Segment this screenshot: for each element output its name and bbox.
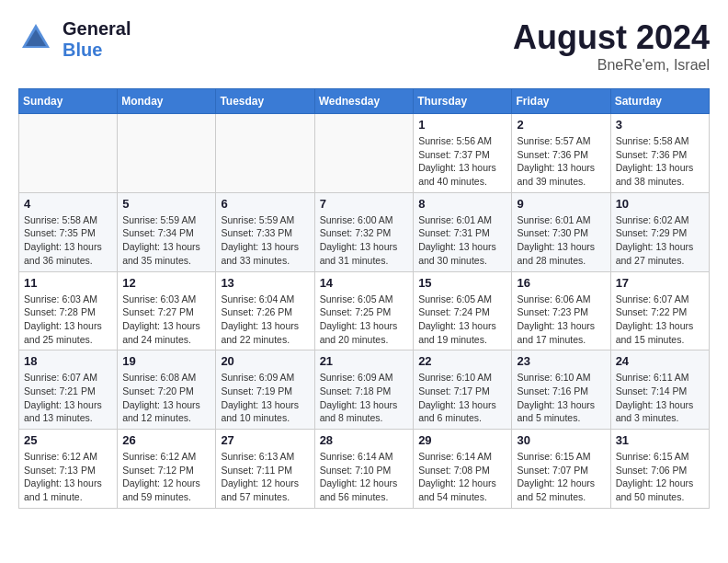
calendar-cell: 13Sunrise: 6:04 AM Sunset: 7:26 PM Dayli… [216, 271, 314, 350]
calendar-cell: 24Sunrise: 6:11 AM Sunset: 7:14 PM Dayli… [610, 350, 709, 430]
calendar-cell [216, 114, 314, 193]
page-header: General Blue August 2024 BneRe'em, Israe… [18, 18, 710, 74]
day-number: 2 [517, 118, 605, 132]
calendar-cell: 2Sunrise: 5:57 AM Sunset: 7:36 PM Daylig… [512, 114, 610, 193]
calendar-cell: 25Sunrise: 6:12 AM Sunset: 7:13 PM Dayli… [19, 430, 118, 509]
day-info: Sunrise: 6:05 AM Sunset: 7:25 PM Dayligh… [320, 293, 409, 347]
day-info: Sunrise: 6:06 AM Sunset: 7:23 PM Dayligh… [517, 293, 605, 347]
day-info: Sunrise: 6:10 AM Sunset: 7:16 PM Dayligh… [517, 371, 605, 425]
calendar-cell: 23Sunrise: 6:10 AM Sunset: 7:16 PM Dayli… [512, 350, 610, 430]
calendar-cell: 10Sunrise: 6:02 AM Sunset: 7:29 PM Dayli… [610, 192, 709, 271]
day-number: 22 [418, 354, 506, 368]
calendar-cell: 26Sunrise: 6:12 AM Sunset: 7:12 PM Dayli… [118, 430, 216, 509]
day-number: 18 [24, 354, 112, 368]
day-number: 17 [616, 276, 704, 290]
weekday-header-tuesday: Tuesday [216, 89, 314, 114]
day-info: Sunrise: 6:15 AM Sunset: 7:07 PM Dayligh… [517, 450, 605, 504]
weekday-header-monday: Monday [118, 89, 216, 114]
day-number: 13 [221, 276, 309, 290]
calendar-cell: 21Sunrise: 6:09 AM Sunset: 7:18 PM Dayli… [314, 350, 414, 430]
weekday-header-wednesday: Wednesday [314, 89, 414, 114]
calendar-cell: 20Sunrise: 6:09 AM Sunset: 7:19 PM Dayli… [216, 350, 314, 430]
day-info: Sunrise: 6:02 AM Sunset: 7:29 PM Dayligh… [616, 213, 704, 268]
calendar-cell: 27Sunrise: 6:13 AM Sunset: 7:11 PM Dayli… [216, 430, 314, 509]
calendar-week-row: 4Sunrise: 5:58 AM Sunset: 7:35 PM Daylig… [19, 192, 710, 271]
day-number: 28 [320, 433, 409, 447]
day-number: 1 [418, 118, 506, 132]
day-info: Sunrise: 6:07 AM Sunset: 7:22 PM Dayligh… [616, 293, 704, 347]
day-number: 25 [24, 433, 112, 447]
calendar-cell: 31Sunrise: 6:15 AM Sunset: 7:06 PM Dayli… [610, 430, 709, 509]
calendar-cell: 28Sunrise: 6:14 AM Sunset: 7:10 PM Dayli… [314, 430, 414, 509]
day-number: 20 [221, 354, 309, 368]
day-number: 8 [418, 197, 506, 211]
day-info: Sunrise: 6:15 AM Sunset: 7:06 PM Dayligh… [616, 450, 704, 504]
day-number: 10 [616, 197, 704, 211]
day-info: Sunrise: 6:10 AM Sunset: 7:17 PM Dayligh… [418, 371, 506, 425]
calendar-cell: 29Sunrise: 6:14 AM Sunset: 7:08 PM Dayli… [414, 430, 512, 509]
calendar-week-row: 18Sunrise: 6:07 AM Sunset: 7:21 PM Dayli… [19, 350, 710, 430]
day-number: 11 [24, 276, 112, 290]
day-info: Sunrise: 6:01 AM Sunset: 7:31 PM Dayligh… [418, 213, 506, 268]
day-number: 7 [320, 197, 409, 211]
calendar-cell: 1Sunrise: 5:56 AM Sunset: 7:37 PM Daylig… [414, 114, 512, 193]
weekday-header-friday: Friday [512, 89, 610, 114]
day-info: Sunrise: 6:00 AM Sunset: 7:32 PM Dayligh… [320, 213, 409, 268]
month-year-title: August 2024 [513, 18, 710, 57]
calendar-cell: 14Sunrise: 6:05 AM Sunset: 7:25 PM Dayli… [314, 271, 414, 350]
calendar-cell: 3Sunrise: 5:58 AM Sunset: 7:36 PM Daylig… [610, 114, 709, 193]
day-info: Sunrise: 6:07 AM Sunset: 7:21 PM Dayligh… [24, 371, 112, 425]
logo-general-text: General [63, 18, 131, 40]
calendar-cell: 7Sunrise: 6:00 AM Sunset: 7:32 PM Daylig… [314, 192, 414, 271]
day-number: 14 [320, 276, 409, 290]
weekday-header-sunday: Sunday [19, 89, 118, 114]
weekday-header-saturday: Saturday [610, 89, 709, 114]
calendar-cell: 30Sunrise: 6:15 AM Sunset: 7:07 PM Dayli… [512, 430, 610, 509]
calendar-week-row: 25Sunrise: 6:12 AM Sunset: 7:13 PM Dayli… [19, 430, 710, 509]
day-number: 30 [517, 433, 605, 447]
day-number: 9 [517, 197, 605, 211]
weekday-header-thursday: Thursday [414, 89, 512, 114]
day-info: Sunrise: 6:09 AM Sunset: 7:18 PM Dayligh… [320, 371, 409, 425]
day-info: Sunrise: 6:08 AM Sunset: 7:20 PM Dayligh… [122, 371, 210, 425]
day-info: Sunrise: 6:09 AM Sunset: 7:19 PM Dayligh… [221, 371, 309, 425]
day-info: Sunrise: 6:13 AM Sunset: 7:11 PM Dayligh… [221, 450, 309, 504]
calendar-cell [19, 114, 118, 193]
location-subtitle: BneRe'em, Israel [513, 57, 710, 74]
day-number: 31 [616, 433, 704, 447]
day-number: 5 [122, 197, 210, 211]
day-number: 26 [122, 433, 210, 447]
logo-name: General Blue [63, 18, 131, 61]
day-number: 19 [122, 354, 210, 368]
weekday-header-row: SundayMondayTuesdayWednesdayThursdayFrid… [19, 89, 710, 114]
day-info: Sunrise: 6:14 AM Sunset: 7:08 PM Dayligh… [418, 450, 506, 504]
day-info: Sunrise: 6:03 AM Sunset: 7:27 PM Dayligh… [122, 293, 210, 347]
calendar-cell: 16Sunrise: 6:06 AM Sunset: 7:23 PM Dayli… [512, 271, 610, 350]
day-info: Sunrise: 5:58 AM Sunset: 7:35 PM Dayligh… [24, 213, 112, 268]
day-number: 24 [616, 354, 704, 368]
day-info: Sunrise: 6:11 AM Sunset: 7:14 PM Dayligh… [616, 371, 704, 425]
logo: General Blue [18, 18, 131, 61]
calendar-week-row: 1Sunrise: 5:56 AM Sunset: 7:37 PM Daylig… [19, 114, 710, 193]
calendar-cell [118, 114, 216, 193]
day-number: 29 [418, 433, 506, 447]
calendar-cell: 19Sunrise: 6:08 AM Sunset: 7:20 PM Dayli… [118, 350, 216, 430]
day-number: 23 [517, 354, 605, 368]
calendar-cell: 22Sunrise: 6:10 AM Sunset: 7:17 PM Dayli… [414, 350, 512, 430]
calendar-table: SundayMondayTuesdayWednesdayThursdayFrid… [18, 88, 710, 509]
calendar-header: SundayMondayTuesdayWednesdayThursdayFrid… [19, 89, 710, 114]
day-number: 4 [24, 197, 112, 211]
calendar-week-row: 11Sunrise: 6:03 AM Sunset: 7:28 PM Dayli… [19, 271, 710, 350]
calendar-cell: 6Sunrise: 5:59 AM Sunset: 7:33 PM Daylig… [216, 192, 314, 271]
day-info: Sunrise: 6:01 AM Sunset: 7:30 PM Dayligh… [517, 213, 605, 268]
day-number: 3 [616, 118, 704, 132]
day-number: 16 [517, 276, 605, 290]
calendar-cell: 8Sunrise: 6:01 AM Sunset: 7:31 PM Daylig… [414, 192, 512, 271]
logo-blue-text: Blue [63, 40, 131, 61]
calendar-cell: 11Sunrise: 6:03 AM Sunset: 7:28 PM Dayli… [19, 271, 118, 350]
day-info: Sunrise: 6:12 AM Sunset: 7:13 PM Dayligh… [24, 450, 112, 504]
calendar-cell: 9Sunrise: 6:01 AM Sunset: 7:30 PM Daylig… [512, 192, 610, 271]
logo-icon [18, 20, 53, 55]
day-info: Sunrise: 6:12 AM Sunset: 7:12 PM Dayligh… [122, 450, 210, 504]
day-number: 21 [320, 354, 409, 368]
